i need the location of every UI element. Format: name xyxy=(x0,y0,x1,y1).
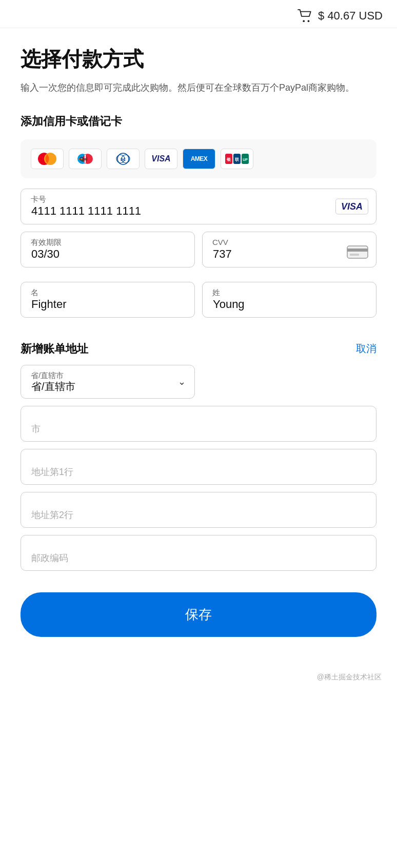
last-name-input[interactable] xyxy=(202,282,376,318)
watermark: @稀土掘金技术社区 xyxy=(0,668,397,687)
visa-badge: VISA xyxy=(335,198,368,214)
name-row: 名 姓 xyxy=(21,282,376,325)
expiry-cvv-row: 有效期限 CVV xyxy=(21,232,376,275)
page-title: 选择付款方式 xyxy=(21,47,376,71)
svg-text:UP: UP xyxy=(243,158,248,161)
billing-section-title: 新增账单地址 xyxy=(21,341,88,357)
expiry-wrapper: 有效期限 xyxy=(21,232,195,267)
billing-header: 新增账单地址 取消 xyxy=(21,341,376,357)
address1-input[interactable] xyxy=(21,449,376,485)
main-content: 选择付款方式 输入一次您的信息即可完成此次购物。然后便可在全球数百万个PayPa… xyxy=(0,28,397,668)
city-input[interactable] xyxy=(21,406,376,442)
cvv-card-icon xyxy=(347,245,368,261)
card-logos-row: DC VISA AMEX 银 联 UP xyxy=(21,139,376,178)
svg-text:联: 联 xyxy=(234,157,240,162)
card-number-wrapper: 卡号 VISA xyxy=(21,189,376,224)
svg-rect-13 xyxy=(83,158,87,159)
amex-logo: AMEX xyxy=(183,149,215,169)
svg-rect-26 xyxy=(347,246,368,258)
cart-amount: $ 40.67 USD xyxy=(318,9,383,23)
save-button[interactable]: 保存 xyxy=(21,592,376,637)
header: $ 40.67 USD xyxy=(0,0,397,28)
postal-input[interactable] xyxy=(21,535,376,571)
mastercard-logo xyxy=(31,149,64,169)
address1-wrapper xyxy=(21,449,376,485)
svg-point-0 xyxy=(303,20,305,22)
svg-text:DC: DC xyxy=(121,158,126,161)
postal-wrapper xyxy=(21,535,376,571)
card-section-title: 添加信用卡或借记卡 xyxy=(21,114,376,129)
maestro-logo xyxy=(69,149,102,169)
svg-rect-14 xyxy=(86,159,86,160)
diners-logo: DC xyxy=(107,149,140,169)
address2-wrapper xyxy=(21,492,376,528)
svg-rect-15 xyxy=(85,159,85,160)
province-wrapper: 省/直辖市 省/直辖市 ⌄ xyxy=(21,365,195,399)
first-name-wrapper: 名 xyxy=(21,282,195,318)
visa-logo: VISA xyxy=(145,149,177,169)
city-wrapper xyxy=(21,406,376,442)
svg-rect-28 xyxy=(350,254,359,256)
svg-rect-11 xyxy=(82,161,83,162)
cvv-wrapper: CVV xyxy=(202,232,376,275)
cart-area: $ 40.67 USD xyxy=(297,9,383,23)
svg-text:银: 银 xyxy=(226,157,231,162)
province-select[interactable]: 省/直辖市 xyxy=(21,365,195,399)
card-number-input[interactable] xyxy=(21,189,376,224)
expiry-input[interactable] xyxy=(21,232,195,267)
last-name-wrapper: 姓 xyxy=(202,282,376,318)
address2-input[interactable] xyxy=(21,492,376,528)
unionpay-logo: 银 联 UP xyxy=(221,149,253,169)
cancel-link[interactable]: 取消 xyxy=(356,342,376,356)
svg-rect-27 xyxy=(347,249,368,252)
first-name-input[interactable] xyxy=(21,282,195,318)
svg-point-1 xyxy=(308,20,310,22)
billing-section: 新增账单地址 取消 省/直辖市 省/直辖市 ⌄ 保存 xyxy=(21,341,376,637)
page-subtitle: 输入一次您的信息即可完成此次购物。然后便可在全球数百万个PayPal商家购物。 xyxy=(21,80,376,95)
cart-icon xyxy=(297,9,313,23)
